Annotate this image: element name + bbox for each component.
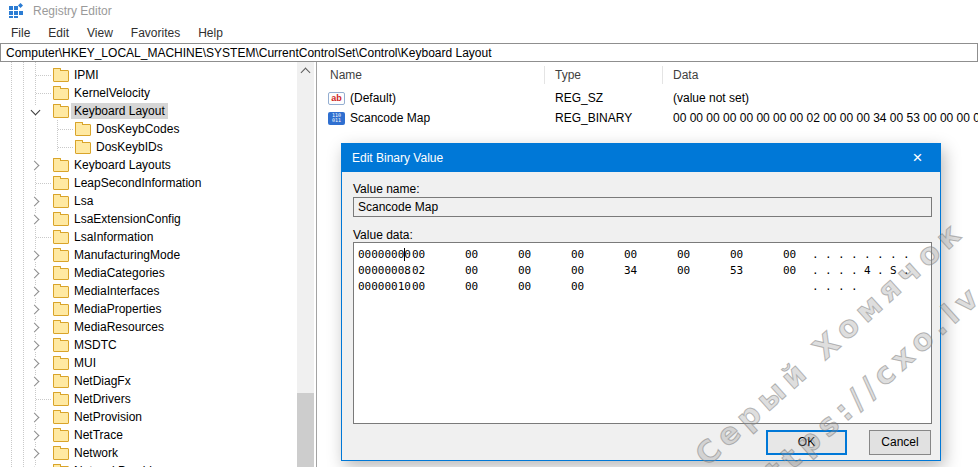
chevron-right-icon[interactable] — [29, 267, 42, 280]
scroll-up-arrow-icon[interactable] — [297, 62, 314, 79]
tree-item-label[interactable]: IPMI — [71, 67, 102, 83]
tree-item-networkprovider[interactable]: NetworkProvider — [0, 462, 297, 467]
tree-scrollbar-thumb[interactable] — [297, 393, 314, 467]
hex-ascii-char: . — [903, 248, 916, 261]
menu-file[interactable]: File — [2, 24, 39, 42]
tree-item-kernelvelocity[interactable]: KernelVelocity — [0, 84, 297, 102]
chevron-right-icon[interactable] — [29, 303, 42, 316]
menu-bar: FileEditViewFavoritesHelp — [0, 22, 978, 43]
value-data-hex-editor[interactable]: 000000000000000000000000........00000008… — [353, 242, 932, 424]
folder-icon — [53, 358, 69, 370]
tree-item-label[interactable]: LsaInformation — [71, 229, 156, 245]
tree-item-doskeybids[interactable]: DosKeybIDs — [0, 138, 297, 156]
cancel-button[interactable]: Cancel — [869, 430, 931, 455]
close-icon[interactable]: × — [895, 144, 940, 172]
tree-item-nettrace[interactable]: NetTrace — [0, 426, 297, 444]
chevron-right-icon[interactable] — [29, 375, 42, 388]
dialog-titlebar[interactable]: Edit Binary Value — [342, 144, 940, 172]
menu-view[interactable]: View — [78, 24, 122, 42]
address-bar-input[interactable] — [0, 43, 978, 62]
hex-byte: 00 — [730, 248, 743, 261]
tree-item-label[interactable]: MediaResources — [71, 319, 167, 335]
tree-item-leapsecondinformation[interactable]: LeapSecondInformation — [0, 174, 297, 192]
tree-item-netdrivers[interactable]: NetDrivers — [0, 390, 297, 408]
tree-item-label[interactable]: Keyboard Layout — [71, 103, 168, 119]
tree-item-netdiagfx[interactable]: NetDiagFx — [0, 372, 297, 390]
hex-ascii-char: . — [877, 248, 890, 261]
menu-favorites[interactable]: Favorites — [122, 24, 189, 42]
hex-row: 0000001000000000.... — [354, 279, 931, 295]
chevron-right-icon[interactable] — [29, 195, 42, 208]
tree-item-label[interactable]: MediaInterfaces — [71, 283, 162, 299]
tree-item-label[interactable]: KernelVelocity — [71, 85, 153, 101]
tree-item-label[interactable]: LeapSecondInformation — [71, 175, 204, 191]
pane-splitter[interactable] — [314, 62, 320, 467]
chevron-right-icon[interactable] — [29, 159, 42, 172]
tree-item-mui[interactable]: MUI — [0, 354, 297, 372]
column-header-name[interactable]: Name — [320, 66, 545, 84]
folder-icon — [53, 214, 69, 226]
tree-item-label[interactable]: MediaCategories — [71, 265, 168, 281]
tree-item-label[interactable]: Keyboard Layouts — [71, 157, 174, 173]
tree-item-label[interactable]: MediaProperties — [71, 301, 164, 317]
chevron-right-icon[interactable] — [29, 285, 42, 298]
chevron-right-icon[interactable] — [29, 339, 42, 352]
value-data-label: Value data: — [353, 228, 413, 242]
tree-item-label[interactable]: MUI — [71, 355, 99, 371]
hex-byte: 00 — [465, 264, 478, 277]
tree-item-label[interactable]: NetDiagFx — [71, 373, 134, 389]
tree-item-msdtc[interactable]: MSDTC — [0, 336, 297, 354]
column-header-data[interactable]: Data — [663, 66, 978, 84]
tree-item-label[interactable]: Network — [71, 445, 121, 461]
tree-item-label[interactable]: NetworkProvider — [71, 463, 166, 467]
tree-item-mediainterfaces[interactable]: MediaInterfaces — [0, 282, 297, 300]
tree-item-label[interactable]: Lsa — [71, 193, 96, 209]
tree-item-keyboard-layout[interactable]: Keyboard Layout — [0, 102, 297, 120]
tree-item-label[interactable]: LsaExtensionConfig — [71, 211, 184, 227]
tree-item-label[interactable]: NetTrace — [71, 427, 126, 443]
registry-value-row-scancode-map[interactable]: 110011Scancode MapREG_BINARY00 00 00 00 … — [320, 108, 978, 128]
value-data-cell: 00 00 00 00 00 00 00 00 02 00 00 00 34 0… — [663, 111, 978, 125]
tree-item-mediacategories[interactable]: MediaCategories — [0, 264, 297, 282]
tree-item-lsainformation[interactable]: LsaInformation — [0, 228, 297, 246]
menu-help[interactable]: Help — [189, 24, 232, 42]
chevron-right-icon[interactable] — [29, 321, 42, 334]
hex-byte: 00 — [465, 280, 478, 293]
hex-ascii-char: S — [890, 264, 903, 277]
chevron-down-icon[interactable] — [29, 105, 42, 118]
chevron-right-icon[interactable] — [29, 429, 42, 442]
chevron-right-icon[interactable] — [29, 357, 42, 370]
tree-scrollbar[interactable] — [297, 62, 314, 467]
tree-item-label[interactable]: ManufacturingMode — [71, 247, 183, 263]
registry-tree[interactable]: IPMIKernelVelocityKeyboard LayoutDosKeyb… — [0, 62, 297, 467]
tree-item-label[interactable]: NetProvision — [71, 409, 145, 425]
menu-edit[interactable]: Edit — [39, 24, 78, 42]
tree-item-doskeybcodes[interactable]: DosKeybCodes — [0, 120, 297, 138]
chevron-right-icon[interactable] — [29, 249, 42, 262]
tree-item-ipmi[interactable]: IPMI — [0, 66, 297, 84]
tree-item-mediaproperties[interactable]: MediaProperties — [0, 300, 297, 318]
tree-item-keyboard-layouts[interactable]: Keyboard Layouts — [0, 156, 297, 174]
hex-ascii-char: . — [864, 248, 877, 261]
folder-icon — [53, 232, 69, 244]
tree-item-manufacturingmode[interactable]: ManufacturingMode — [0, 246, 297, 264]
tree-item-label[interactable]: MSDTC — [71, 337, 120, 353]
chevron-right-icon[interactable] — [29, 213, 42, 226]
tree-item-network[interactable]: Network — [0, 444, 297, 462]
tree-item-label[interactable]: DosKeybIDs — [93, 139, 166, 155]
tree-item-mediaresources[interactable]: MediaResources — [0, 318, 297, 336]
chevron-right-icon[interactable] — [29, 411, 42, 424]
tree-item-label[interactable]: NetDrivers — [71, 391, 134, 407]
tree-item-lsaextensionconfig[interactable]: LsaExtensionConfig — [0, 210, 297, 228]
ok-button[interactable]: OK — [766, 430, 847, 455]
tree-item-netprovision[interactable]: NetProvision — [0, 408, 297, 426]
value-data-cell: (value not set) — [663, 91, 978, 105]
tree-item-lsa[interactable]: Lsa — [0, 192, 297, 210]
chevron-right-icon[interactable] — [29, 447, 42, 460]
column-header-type[interactable]: Type — [545, 66, 663, 84]
folder-icon — [53, 430, 69, 442]
value-name-input[interactable] — [353, 197, 932, 217]
registry-value-row--default-[interactable]: ab(Default)REG_SZ(value not set) — [320, 88, 978, 108]
hex-byte: 00 — [571, 248, 584, 261]
tree-item-label[interactable]: DosKeybCodes — [93, 121, 182, 137]
